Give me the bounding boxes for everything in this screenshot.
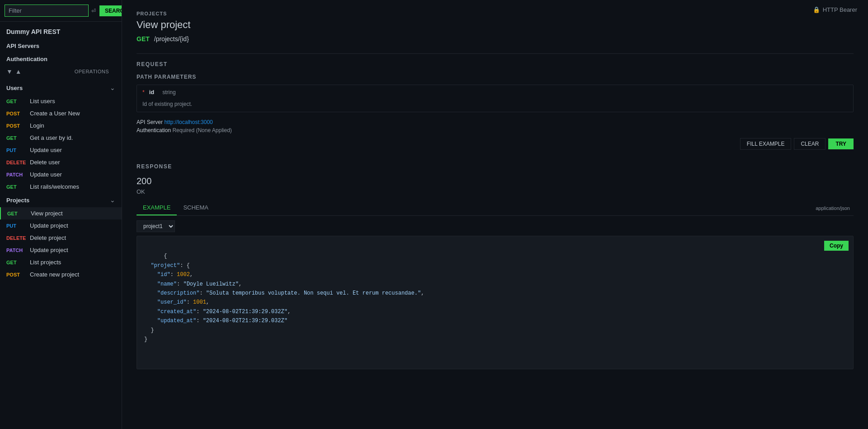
sort-asc-icon[interactable]: ▼ [6, 68, 13, 75]
endpoint-method: GET [137, 35, 150, 43]
projects-chevron-icon: ⌄ [110, 196, 115, 204]
sidebar-item-get-user[interactable]: GET Get a user by id. [0, 132, 122, 144]
api-info-bar: API Server http://localhost:3000 Authent… [137, 119, 854, 133]
sidebar-item-create-user[interactable]: POST Create a User New [0, 107, 122, 119]
label: Update project [30, 222, 68, 229]
api-server-label: API Server http://localhost:3000 [137, 119, 213, 125]
users-items: GET List users POST Create a User New PO… [0, 95, 122, 193]
response-section-title: RESPONSE [137, 163, 854, 170]
param-header: * id string [137, 85, 853, 99]
sidebar-item-update-project[interactable]: PUT Update project [0, 219, 122, 232]
label: Create a User New [30, 110, 80, 117]
projects-section-title: Projects [6, 197, 29, 204]
method-get: GET [6, 99, 27, 104]
search-button[interactable]: SEARCH [99, 5, 122, 16]
param-desc: Id of existing project. [137, 99, 853, 112]
tabs-row: EXAMPLE SCHEMA application/json [137, 200, 854, 216]
tab-schema[interactable]: SCHEMA [177, 200, 215, 215]
label: Update user [30, 171, 62, 178]
api-server-value: http://localhost:3000 [164, 119, 212, 125]
method-get: GET [6, 135, 27, 141]
users-label: Users [6, 85, 23, 91]
method-patch: PATCH [6, 248, 27, 253]
method-get: GET [7, 211, 28, 216]
auth-label: HTTP Bearer [823, 6, 857, 13]
sort-row: ▼ ▲ OPERATIONS [0, 64, 122, 81]
param-type: string [162, 89, 175, 95]
param-name: id [149, 89, 155, 95]
auth-value: Required (None Applied) [172, 127, 231, 133]
top-auth-bar: 🔒 HTTP Bearer [813, 6, 857, 13]
sidebar-item-list-users[interactable]: GET List users [0, 95, 122, 107]
sidebar-item-view-project[interactable]: GET View project [0, 207, 122, 219]
ops-label: OPERATIONS [68, 66, 115, 77]
clear-button[interactable]: CLEAR [794, 138, 826, 150]
auth-row-label: Authentication Required (None Applied) [137, 127, 232, 133]
label: Delete project [30, 234, 66, 241]
auth-row: Authentication Required (None Applied) [137, 127, 232, 133]
section-label: PROJECTS [137, 11, 854, 16]
users-section-title: Users [6, 85, 23, 91]
label: Create new project [30, 271, 79, 278]
endpoint-line: GET /projects/{id} [137, 35, 854, 43]
request-section-title: REQUEST [137, 61, 854, 67]
content-type-label: application/json [816, 205, 854, 211]
search-row: ⏎ SEARCH [0, 0, 122, 22]
path-params-label: PATH PARAMETERS [137, 74, 854, 80]
lock-icon: 🔒 [813, 6, 820, 13]
sidebar-item-delete-user[interactable]: DELETE Delete user [0, 156, 122, 168]
sidebar-item-update-user[interactable]: PUT Update user [0, 144, 122, 156]
sidebar: ⏎ SEARCH Dummy API REST API Servers Auth… [0, 0, 122, 429]
response-section: RESPONSE 200 OK EXAMPLE SCHEMA applicati… [137, 163, 854, 369]
method-put: PUT [6, 223, 27, 229]
example-dropdown[interactable]: project1 [137, 220, 175, 232]
sort-desc-icon[interactable]: ▲ [15, 68, 22, 75]
label: List rails/welcomes [30, 183, 79, 190]
sidebar-item-patch-user[interactable]: PATCH Update user [0, 168, 122, 181]
response-ok: OK [137, 188, 854, 195]
auth-section-label: Authentication [0, 51, 122, 64]
method-delete: DELETE [6, 160, 27, 165]
label: List users [30, 98, 55, 105]
projects-label: Projects [6, 197, 29, 204]
try-button[interactable]: TRY [828, 138, 854, 149]
fill-example-button[interactable]: FILL EXAMPLE [740, 138, 792, 150]
sidebar-item-patch-project[interactable]: PATCH Update project [0, 244, 122, 256]
param-required: * [142, 89, 145, 95]
method-patch: PATCH [6, 172, 27, 177]
api-server-row: API Server http://localhost:3000 [137, 119, 213, 125]
method-put: PUT [6, 148, 27, 153]
label: Update project [30, 247, 68, 253]
sidebar-item-create-project[interactable]: POST Create new project [0, 268, 122, 281]
method-post: POST [6, 111, 27, 116]
projects-items: GET View project PUT Update project DELE… [0, 207, 122, 281]
projects-section-header[interactable]: Projects ⌄ [0, 193, 122, 207]
sidebar-item-list-rails[interactable]: GET List rails/welcomes [0, 181, 122, 193]
sidebar-item-delete-project[interactable]: DELETE Delete project [0, 232, 122, 244]
method-post: POST [6, 272, 27, 277]
label: Update user [30, 147, 62, 153]
api-servers-label: API Servers [0, 38, 122, 51]
label: Get a user by id. [30, 134, 73, 141]
method-delete: DELETE [6, 235, 27, 241]
enter-icon: ⏎ [91, 8, 96, 14]
copy-button[interactable]: Copy [824, 241, 849, 251]
sidebar-item-login[interactable]: POST Login [0, 119, 122, 132]
users-chevron-icon: ⌄ [110, 84, 115, 91]
main-content: PROJECTS View project GET /projects/{id}… [122, 0, 868, 429]
label: List projects [30, 259, 61, 266]
users-section-header[interactable]: Users ⌄ [0, 81, 122, 95]
label: View project [31, 210, 63, 217]
sidebar-item-list-projects[interactable]: GET List projects [0, 256, 122, 268]
search-input[interactable] [5, 5, 89, 17]
method-get: GET [6, 184, 27, 190]
label: Delete user [30, 159, 60, 166]
method-get: GET [6, 260, 27, 265]
tab-example[interactable]: EXAMPLE [137, 200, 177, 215]
code-block: { "project": { "id": 1002, "name": "Doyl… [137, 236, 854, 369]
param-id-row: * id string Id of existing project. [137, 85, 854, 112]
endpoint-path: /projects/{id} [154, 35, 189, 43]
label: Login [30, 122, 44, 129]
app-title: Dummy API REST [0, 22, 122, 38]
action-row: FILL EXAMPLE CLEAR TRY [137, 138, 854, 150]
